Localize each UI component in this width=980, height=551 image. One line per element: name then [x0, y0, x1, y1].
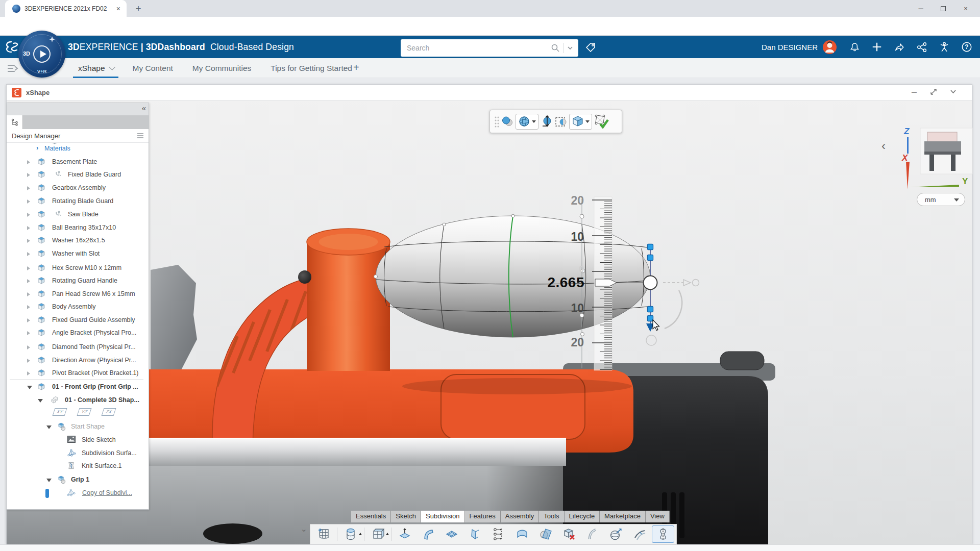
tree-item[interactable]: Basement Plate: [7, 156, 149, 168]
view-panel-chevron-icon[interactable]: ‹: [881, 139, 886, 153]
tree-item[interactable]: Diamond Teeth (Physical Pr...: [7, 341, 149, 354]
tree-item[interactable]: Rotating Guard Handle: [7, 275, 149, 287]
box-primitive-icon[interactable]: [366, 525, 389, 543]
curved-face-icon[interactable]: [511, 525, 533, 543]
tree-item[interactable]: Rotating Blade Guard: [7, 195, 149, 208]
expander-expanded-icon[interactable]: [38, 399, 43, 403]
axis-triad[interactable]: Z X Y: [898, 127, 979, 193]
search-icon[interactable]: [551, 43, 560, 53]
cylinder-primitive-icon[interactable]: [339, 525, 362, 543]
expander-collapsed-icon[interactable]: [27, 305, 30, 309]
bend-curve-icon[interactable]: [581, 525, 604, 543]
tree-item[interactable]: Gearbox Assembly: [7, 182, 149, 194]
expander-collapsed-icon[interactable]: [27, 266, 30, 270]
nav-tab-my-content[interactable]: My Content: [128, 58, 178, 78]
3dswym-icon[interactable]: [939, 41, 950, 53]
expander-collapsed-icon[interactable]: [27, 292, 30, 296]
tree-item[interactable]: Copy of Subdivi...: [7, 487, 149, 499]
tab-close-icon[interactable]: ×: [114, 5, 122, 13]
tree-item[interactable]: Angle Bracket (Physical Pro...: [7, 327, 149, 339]
ribbon-tab-essentials[interactable]: Essentials: [351, 511, 391, 522]
expander-collapsed-icon[interactable]: [27, 279, 30, 283]
match-points-icon[interactable]: [487, 525, 510, 543]
new-tab-button[interactable]: +: [132, 2, 145, 15]
close-window-button[interactable]: ×: [954, 0, 977, 17]
share-network-icon[interactable]: [916, 41, 927, 53]
delete-face-icon[interactable]: [558, 525, 580, 543]
expander-expanded-icon[interactable]: [46, 479, 52, 482]
notifications-bell-icon[interactable]: [849, 41, 860, 53]
drag-handle-icon[interactable]: [494, 115, 499, 128]
split-with-plane-icon[interactable]: [534, 525, 557, 543]
tree-item[interactable]: Washer 16x26x1.5: [7, 235, 149, 247]
expander-collapsed-icon[interactable]: [27, 318, 30, 322]
ribbon-tab-subdivision[interactable]: Subdivision: [421, 511, 465, 522]
3d-viewport[interactable]: 201001020 2.665: [7, 101, 972, 544]
plane-yz-icon[interactable]: YZ: [77, 408, 92, 416]
ribbon-tab-features[interactable]: Features: [465, 511, 501, 522]
units-dropdown[interactable]: mm: [917, 193, 965, 206]
nav-tab-tips-for-getting-started[interactable]: Tips for Getting Started: [265, 58, 357, 78]
expander-collapsed-icon[interactable]: [27, 359, 30, 363]
mirror-symmetry-icon[interactable]: [652, 525, 674, 543]
minimize-window-button[interactable]: ─: [910, 0, 932, 17]
sphere-modify-icon[interactable]: [605, 525, 627, 543]
ribbon-tab-tools[interactable]: Tools: [539, 511, 564, 522]
tree-item[interactable]: Saw Blade: [7, 209, 149, 221]
expander-expanded-icon[interactable]: [46, 425, 52, 429]
maximize-window-button[interactable]: [932, 0, 954, 17]
tree-item[interactable]: Pan Head Screw M6 x 15mm: [7, 288, 149, 300]
nav-tab-xshape[interactable]: xShape: [73, 58, 118, 78]
expander-collapsed-icon[interactable]: [27, 160, 30, 164]
expander-collapsed-icon[interactable]: [27, 331, 30, 335]
subdivision-display-dropdown[interactable]: [516, 114, 538, 130]
ribbon-tab-sketch[interactable]: Sketch: [391, 511, 421, 522]
ribbon-tab-view[interactable]: View: [646, 511, 670, 522]
browser-tab[interactable]: 3DEXPERIENCE 2021x FD02 ×: [5, 0, 127, 17]
ok-confirm-icon[interactable]: [594, 114, 609, 129]
search-options-chevron-icon[interactable]: [567, 44, 574, 52]
tree-item[interactable]: Direction Arrow (Physical Pr...: [7, 355, 149, 367]
tag-icon[interactable]: [584, 41, 597, 54]
add-content-icon[interactable]: [871, 41, 883, 53]
panel-toggle-icon[interactable]: [6, 62, 19, 75]
expander-collapsed-icon[interactable]: [27, 371, 30, 375]
tree-item[interactable]: Ball Bearing 35x17x10: [7, 222, 149, 234]
expander-collapsed-icon[interactable]: [27, 226, 30, 230]
expand-arrow-icon[interactable]: ›: [36, 144, 38, 152]
panel-collapse-chevron-icon[interactable]: «: [142, 104, 146, 112]
extrude-face-icon[interactable]: [394, 525, 416, 543]
expander-collapsed-icon[interactable]: [27, 199, 30, 204]
search-input[interactable]: [401, 44, 551, 52]
plane-zx-icon[interactable]: ZX: [102, 408, 116, 416]
avatar[interactable]: [823, 40, 837, 54]
3ds-compass-logo[interactable]: 3D V+R: [18, 31, 65, 78]
tree-tab[interactable]: [7, 115, 23, 129]
tree-item[interactable]: 01 - Complete 3D Shap...: [7, 394, 149, 407]
toolbar-collapse-chevron-icon[interactable]: ⌄: [301, 524, 307, 534]
ribbon-tab-marketplace[interactable]: Marketplace: [600, 511, 646, 522]
tree-item[interactable]: Knit Surface.1: [7, 460, 149, 472]
expander-collapsed-icon[interactable]: [27, 239, 30, 243]
add-dashboard-tab-button[interactable]: +: [349, 58, 363, 78]
expander-collapsed-icon[interactable]: [27, 186, 30, 190]
tree-item[interactable]: Washer with Slot: [7, 248, 149, 260]
tree-item[interactable]: Side Sketch: [7, 434, 149, 446]
inset-face-icon[interactable]: [440, 525, 463, 543]
crease-face-icon[interactable]: [464, 525, 486, 543]
search-box[interactable]: [401, 39, 578, 57]
select-element-icon[interactable]: [555, 115, 567, 128]
tree-item[interactable]: Grip 1: [7, 474, 149, 486]
expander-collapsed-icon[interactable]: [27, 173, 30, 177]
share-arrow-icon[interactable]: [894, 41, 905, 53]
bend-surface-icon[interactable]: [417, 525, 439, 543]
panel-menu-icon[interactable]: [137, 133, 144, 139]
app-collapse-chevron-icon[interactable]: [948, 88, 958, 97]
tree-item[interactable]: Hex Screw M10 x 12mm: [7, 262, 149, 274]
tree-item[interactable]: Fixed Blade Guard: [7, 169, 149, 181]
tree-item[interactable]: Fixed Guard Guide Assembly: [7, 314, 149, 327]
tree-item[interactable]: 01 - Front Grip (Front Grip ...: [7, 381, 149, 393]
app-resize-icon[interactable]: [929, 88, 938, 97]
nav-tab-my-communities[interactable]: My Communities: [187, 58, 256, 78]
thicken-surface-icon[interactable]: [628, 525, 651, 543]
